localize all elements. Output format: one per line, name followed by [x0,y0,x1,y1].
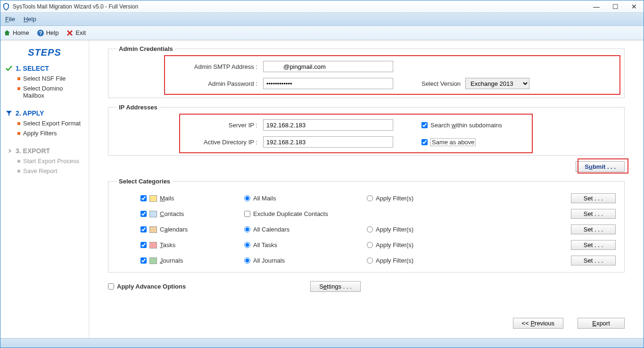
titlebar: SysTools Mail Migration Wizard v5.0 - Fu… [0,0,644,13]
advance-row: Apply Advance Options Settings . . . [108,281,625,292]
smtp-input[interactable] [263,61,393,72]
contacts-set-button[interactable]: Set . . . [571,209,616,219]
step-3-label: 3. EXPORT [16,147,50,155]
close-button[interactable]: ✕ [630,3,638,10]
toolbar-exit[interactable]: Exit [66,29,86,37]
sidebar-item-save-report: Save Report [17,167,84,174]
mails-filter-label: Apply Filter(s) [376,195,413,202]
tasks-icon [149,242,157,249]
select-categories-group: Select Categories Mails All Mails Apply … [108,178,625,273]
admin-credentials-group: Admin Credentials Admin SMTP Address : A… [108,45,625,98]
all-journals-label: All Journals [253,257,285,264]
sidebar-item-select-domino[interactable]: Select Domino Mailbox [17,85,84,99]
sidebar-item-export-format[interactable]: Select Export Format [17,120,84,127]
step-1-header: 1. SELECT [5,65,84,72]
app-icon [2,3,10,10]
step-1-label: 1. SELECT [16,65,49,72]
same-as-above-label: Same as above [430,138,476,146]
bullet-icon [17,132,20,135]
body: STEPS 1. SELECT Select NSF File Select D… [0,40,644,338]
mails-label: Mails [160,195,174,202]
submit-row: Submit . . . [108,161,625,172]
toolbar: Home ? Help Exit [0,26,644,40]
server-ip-input[interactable] [263,119,393,131]
previous-button[interactable]: << Previous [513,318,563,329]
footer-buttons: << Previous Export [513,318,625,329]
all-calendars-radio[interactable] [244,226,250,232]
submit-button[interactable]: Submit . . . [576,161,625,172]
ip-legend: IP Addresses [117,104,159,111]
help-icon: ? [37,29,44,37]
contacts-icon [149,211,157,217]
same-as-above-checkbox[interactable] [421,139,428,145]
window-controls: — ☐ ✕ [593,3,638,10]
search-subdomains-checkbox[interactable] [421,122,428,128]
password-input[interactable] [263,78,393,89]
toolbar-home-label: Home [13,29,29,36]
server-ip-label: Server IP : [178,122,263,129]
all-calendars-label: All Calendars [253,226,289,233]
ad-ip-input[interactable] [263,136,393,148]
mails-set-button[interactable]: Set . . . [571,193,616,203]
mails-filter-radio[interactable] [367,195,373,201]
calendars-set-button[interactable]: Set . . . [571,224,616,234]
calendars-filter-label: Apply Filter(s) [376,226,413,233]
toolbar-help[interactable]: ? Help [37,29,59,37]
tasks-set-button[interactable]: Set . . . [571,240,616,250]
step-3-header: 3. EXPORT [5,147,84,155]
all-mails-radio[interactable] [244,195,250,201]
tasks-filter-radio[interactable] [367,242,373,248]
all-journals-radio[interactable] [244,257,250,264]
app-window: SysTools Mail Migration Wizard v5.0 - Fu… [0,0,644,348]
sidebar-item-start-export: Start Export Process [17,157,84,165]
menu-help[interactable]: Help [24,16,36,23]
minimize-button[interactable]: — [593,3,600,10]
sidebar: STEPS 1. SELECT Select NSF File Select D… [0,41,89,338]
sidebar-item-apply-filters[interactable]: Apply Filters [17,130,84,137]
contacts-label: Contacts [160,210,184,217]
search-subdomains-label: Search within subdomains [430,122,502,129]
menubar: File Help [0,13,644,26]
version-select[interactable]: Exchange 2013 [465,78,529,89]
toolbar-help-label: Help [46,29,59,36]
journals-label: Journals [160,257,183,264]
calendar-icon [149,226,157,233]
ad-ip-label: Active Directory IP : [178,139,263,146]
bullet-icon [17,122,20,125]
toolbar-exit-label: Exit [75,29,86,36]
advance-checkbox[interactable] [108,283,114,290]
step-2-header: 2. APPLY [5,109,84,117]
maximize-button[interactable]: ☐ [611,3,619,10]
calendars-filter-radio[interactable] [367,226,373,232]
admin-credentials-legend: Admin Credentials [117,45,175,52]
journals-filter-radio[interactable] [367,257,373,264]
journals-icon [149,257,157,264]
exit-icon [66,29,74,37]
journals-filter-label: Apply Filter(s) [376,257,413,264]
bullet-icon [17,160,20,163]
export-button[interactable]: Export [578,318,625,329]
all-tasks-radio[interactable] [244,242,250,248]
mails-checkbox[interactable] [140,195,147,201]
tasks-label: Tasks [160,241,175,249]
settings-button[interactable]: Settings . . . [310,281,361,292]
journals-checkbox[interactable] [140,257,147,264]
tasks-filter-label: Apply Filter(s) [376,241,413,249]
toolbar-home[interactable]: Home [3,29,29,37]
smtp-label: Admin SMTP Address : [178,63,263,70]
calendars-checkbox[interactable] [140,226,147,232]
sidebar-item-select-nsf[interactable]: Select NSF File [17,75,84,82]
tasks-checkbox[interactable] [140,242,147,248]
journals-set-button[interactable]: Set . . . [571,256,616,265]
bullet-icon [17,87,20,90]
exclude-dup-checkbox[interactable] [244,211,250,217]
ip-addresses-group: IP Addresses Server IP : Search within s… [108,104,625,156]
steps-title: STEPS [5,47,84,58]
contacts-checkbox[interactable] [140,211,147,217]
filter-icon [5,109,13,117]
svg-text:?: ? [39,30,42,36]
main-panel: Admin Credentials Admin SMTP Address : A… [89,41,644,338]
categories-legend: Select Categories [117,178,172,185]
menu-file[interactable]: File [5,16,15,23]
all-mails-label: All Mails [253,195,276,202]
